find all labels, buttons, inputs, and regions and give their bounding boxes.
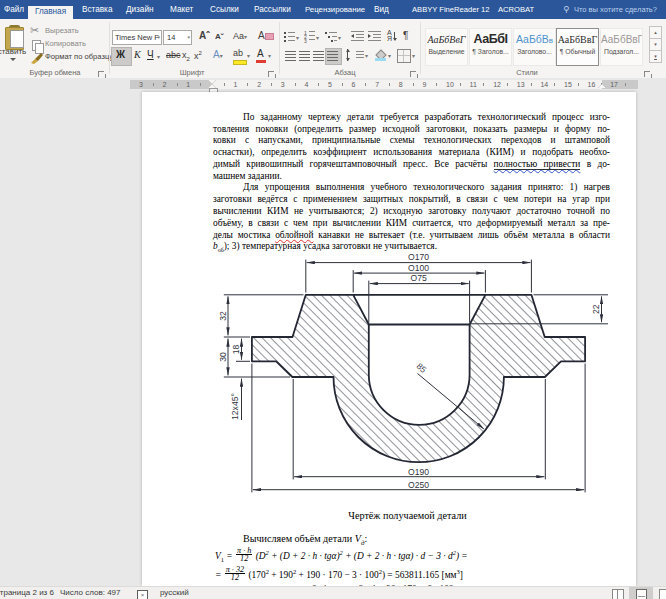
svg-text:85: 85 bbox=[415, 361, 429, 375]
svg-text:18: 18 bbox=[231, 345, 241, 355]
svg-text:22: 22 bbox=[591, 304, 601, 314]
svg-text:12х45°: 12х45° bbox=[230, 393, 240, 420]
svg-text:О100: О100 bbox=[408, 263, 429, 273]
svg-text:30: 30 bbox=[218, 352, 228, 362]
svg-text:О75: О75 bbox=[410, 273, 426, 283]
svg-text:О170: О170 bbox=[408, 252, 429, 262]
svg-text:О250: О250 bbox=[408, 480, 429, 490]
svg-text:32: 32 bbox=[218, 311, 228, 321]
svg-text:О190: О190 bbox=[408, 467, 429, 477]
